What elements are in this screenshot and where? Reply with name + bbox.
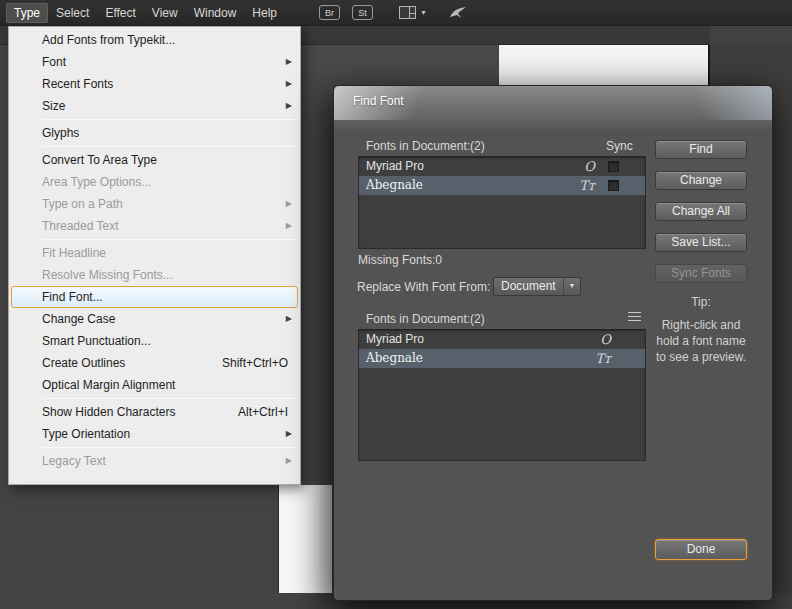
menu-item-change-case[interactable]: Change Case ▶ xyxy=(9,308,300,330)
submenu-arrow-icon: ▶ xyxy=(286,308,292,330)
change-all-button[interactable]: Change All xyxy=(655,202,747,221)
menu-item-label: Find Font... xyxy=(42,290,103,304)
font-row-myriad-pro[interactable]: Myriad Pro O xyxy=(359,157,645,176)
menu-effect[interactable]: Effect xyxy=(97,3,143,23)
bridge-button[interactable]: Br xyxy=(319,5,340,20)
menu-item-resolve-missing-fonts: Resolve Missing Fonts... xyxy=(9,264,300,286)
opentype-icon: O xyxy=(584,157,595,176)
menu-item-type-on-a-path: Type on a Path ▶ xyxy=(9,193,300,215)
workspace-layout-icon xyxy=(399,6,416,19)
sync-checkbox[interactable] xyxy=(608,161,619,172)
artboard xyxy=(499,45,708,85)
menu-item-add-fonts-typekit[interactable]: Add Fonts from Typekit... xyxy=(9,29,300,51)
truetype-icon: Tᴛ xyxy=(595,349,611,368)
opentype-icon: O xyxy=(600,330,611,349)
sync-fonts-button: Sync Fonts xyxy=(655,264,747,283)
application-window: Type Select Effect View Window Help Br S… xyxy=(0,0,792,609)
menu-item-size[interactable]: Size ▶ xyxy=(9,95,300,117)
chevron-down-icon: ▼ xyxy=(420,9,427,16)
menu-window[interactable]: Window xyxy=(186,3,245,23)
menu-item-label: Font xyxy=(42,55,66,69)
panel-tab-area xyxy=(710,26,792,45)
share-button[interactable] xyxy=(449,6,467,20)
submenu-arrow-icon: ▶ xyxy=(286,95,292,117)
menu-item-label: Area Type Options... xyxy=(42,175,151,189)
menu-item-label: Add Fonts from Typekit... xyxy=(42,33,175,47)
save-list-button[interactable]: Save List... xyxy=(655,233,747,252)
menu-item-smart-punctuation[interactable]: Smart Punctuation... xyxy=(9,330,300,352)
tip-line: to see a preview. xyxy=(639,349,763,365)
menu-item-label: Resolve Missing Fonts... xyxy=(42,268,173,282)
sync-column-label: Sync xyxy=(606,139,633,153)
menu-item-label: Legacy Text xyxy=(42,454,106,468)
dropdown-value: Document xyxy=(501,279,556,293)
menu-item-font[interactable]: Font ▶ xyxy=(9,51,300,73)
done-button[interactable]: Done xyxy=(655,539,747,560)
menu-item-label: Optical Margin Alignment xyxy=(42,378,175,392)
menu-item-create-outlines[interactable]: Create Outlines Shift+Ctrl+O xyxy=(9,352,300,374)
menu-item-type-orientation[interactable]: Type Orientation ▶ xyxy=(9,423,300,445)
font-row-abegnale[interactable]: Abegnale Tᴛ xyxy=(359,349,645,368)
stock-button[interactable]: St xyxy=(352,5,373,20)
menu-item-label: Create Outlines xyxy=(42,356,125,370)
missing-fonts-label: Missing Fonts:0 xyxy=(358,253,442,267)
submenu-arrow-icon: ▶ xyxy=(286,215,292,237)
font-name: Abegnale xyxy=(366,178,423,192)
menu-item-find-font[interactable]: Find Font... xyxy=(11,286,298,308)
dialog-title: Find Font xyxy=(353,94,404,108)
find-font-dialog: Find Font Fonts in Document:(2) Sync Myr… xyxy=(333,85,773,601)
menu-item-show-hidden-characters[interactable]: Show Hidden Characters Alt+Ctrl+I xyxy=(9,401,300,423)
menu-item-optical-margin-alignment[interactable]: Optical Margin Alignment xyxy=(9,374,300,396)
menu-type[interactable]: Type xyxy=(6,3,48,23)
tip-title: Tip: xyxy=(639,294,763,310)
tip-line: Right-click and xyxy=(639,317,763,333)
menu-select[interactable]: Select xyxy=(48,3,97,23)
menu-item-shortcut: Alt+Ctrl+I xyxy=(238,401,288,423)
menu-item-area-type-options: Area Type Options... xyxy=(9,171,300,193)
menu-view[interactable]: View xyxy=(144,3,186,23)
menu-separator xyxy=(42,146,297,147)
menu-item-label: Show Hidden Characters xyxy=(42,405,175,419)
font-name: Myriad Pro xyxy=(366,159,424,173)
menu-item-label: Glyphs xyxy=(42,126,79,140)
menu-separator xyxy=(42,398,297,399)
artboard xyxy=(278,485,332,593)
menu-item-label: Fit Headline xyxy=(42,246,106,260)
menu-item-label: Convert To Area Type xyxy=(42,153,157,167)
fonts-in-document-list: Myriad Pro O Abegnale Tᴛ xyxy=(358,156,646,249)
menu-help[interactable]: Help xyxy=(244,3,285,23)
find-button[interactable]: Find xyxy=(655,140,747,159)
replace-with-font-from-label: Replace With Font From: xyxy=(357,280,490,294)
workspace-switcher[interactable]: ▼ xyxy=(399,6,427,19)
menu-item-glyphs[interactable]: Glyphs xyxy=(9,122,300,144)
font-name: Abegnale xyxy=(366,351,423,365)
change-button[interactable]: Change xyxy=(655,171,747,190)
submenu-arrow-icon: ▶ xyxy=(286,423,292,445)
menu-item-legacy-text: Legacy Text ▶ xyxy=(9,450,300,472)
submenu-arrow-icon: ▶ xyxy=(286,73,292,95)
fonts-in-document-label-1: Fonts in Document:(2) xyxy=(366,139,485,153)
font-row-myriad-pro[interactable]: Myriad Pro O xyxy=(359,330,645,349)
menu-item-label: Change Case xyxy=(42,312,115,326)
menu-item-label: Threaded Text xyxy=(42,219,119,233)
submenu-arrow-icon: ▶ xyxy=(286,51,292,73)
tip-line: hold a font name xyxy=(639,333,763,349)
chevron-down-icon: ▼ xyxy=(563,278,580,295)
menu-item-recent-fonts[interactable]: Recent Fonts ▶ xyxy=(9,73,300,95)
menu-separator xyxy=(42,119,297,120)
submenu-arrow-icon: ▶ xyxy=(286,450,292,472)
font-name: Myriad Pro xyxy=(366,332,424,346)
menu-item-label: Type Orientation xyxy=(42,427,130,441)
menu-item-label: Recent Fonts xyxy=(42,77,113,91)
font-row-abegnale[interactable]: Abegnale Tᴛ xyxy=(359,176,645,195)
share-icon xyxy=(449,6,467,20)
menu-item-convert-to-area-type[interactable]: Convert To Area Type xyxy=(9,149,300,171)
sync-checkbox[interactable] xyxy=(608,180,619,191)
truetype-icon: Tᴛ xyxy=(579,176,595,195)
menu-item-label: Smart Punctuation... xyxy=(42,334,151,348)
menu-separator xyxy=(42,447,297,448)
menu-item-threaded-text: Threaded Text ▶ xyxy=(9,215,300,237)
replacement-fonts-list: Myriad Pro O Abegnale Tᴛ xyxy=(358,329,646,461)
menu-separator xyxy=(42,239,297,240)
replace-source-dropdown[interactable]: Document ▼ xyxy=(493,277,581,296)
